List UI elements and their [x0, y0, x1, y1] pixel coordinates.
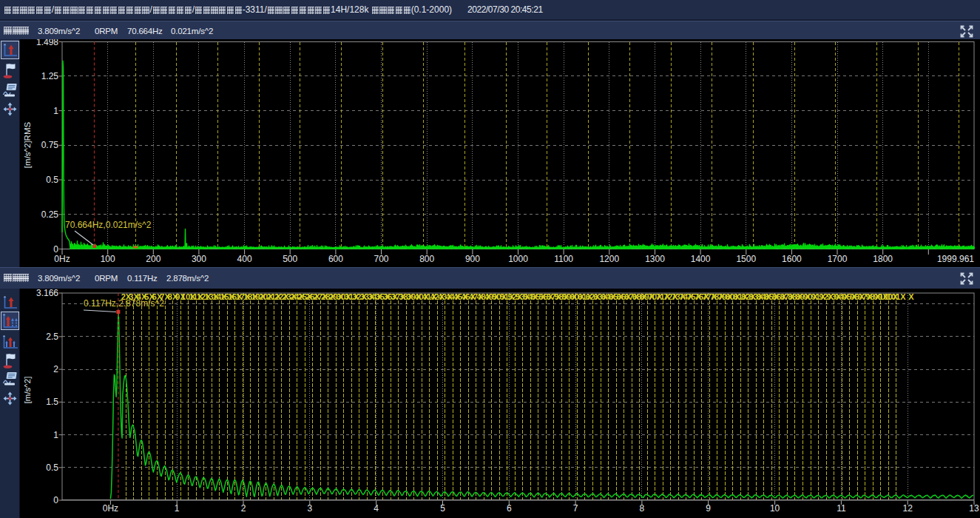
svg-text:300: 300 [192, 254, 206, 264]
svg-text:0: 0 [53, 244, 58, 255]
svg-text:1000: 1000 [508, 254, 528, 264]
svg-text:1.5: 1.5 [46, 397, 58, 407]
svg-text:0.117Hz,2.878m/s^2: 0.117Hz,2.878m/s^2 [84, 298, 164, 309]
svg-text:1700: 1700 [828, 254, 848, 264]
svg-text:0Hz: 0Hz [54, 254, 70, 264]
svg-text:1999.961: 1999.961 [937, 254, 974, 264]
svg-text:800: 800 [419, 254, 434, 264]
svg-text:3.166: 3.166 [36, 289, 58, 298]
svg-text:2.5: 2.5 [46, 332, 58, 342]
svg-text:13: 13 [969, 503, 979, 514]
svg-text:600: 600 [328, 254, 343, 264]
svg-text:1100: 1100 [554, 254, 573, 264]
svg-text:1300: 1300 [645, 254, 665, 264]
svg-text:1: 1 [53, 430, 58, 440]
svg-text:0Hz: 0Hz [103, 503, 118, 514]
svg-text:1.498: 1.498 [36, 39, 58, 47]
svg-text:X: X [908, 292, 914, 301]
svg-text:1600: 1600 [782, 254, 802, 264]
svg-text:8: 8 [640, 503, 645, 514]
svg-text:[m/s^2]: [m/s^2] [23, 377, 32, 404]
svg-text:2: 2 [241, 503, 246, 514]
svg-text:1400: 1400 [691, 254, 711, 264]
svg-text:[m/s^2]RMS: [m/s^2]RMS [23, 122, 32, 169]
svg-text:200: 200 [146, 254, 160, 264]
svg-text:500: 500 [283, 254, 297, 264]
svg-text:100: 100 [101, 254, 115, 264]
svg-text:1200: 1200 [599, 254, 619, 264]
svg-text:101X: 101X [887, 292, 906, 301]
svg-text:1.25: 1.25 [41, 71, 59, 81]
svg-text:12: 12 [903, 503, 913, 514]
svg-text:10: 10 [770, 503, 780, 514]
svg-text:4: 4 [374, 503, 379, 514]
svg-text:0.25: 0.25 [41, 209, 59, 220]
svg-text:700: 700 [374, 254, 388, 264]
svg-text:6: 6 [507, 503, 512, 514]
svg-text:9: 9 [706, 503, 711, 514]
svg-text:7: 7 [573, 503, 578, 514]
svg-text:1500: 1500 [736, 254, 756, 264]
svg-text:1800: 1800 [873, 254, 893, 264]
svg-text:70.664Hz,0.021m/s^2: 70.664Hz,0.021m/s^2 [65, 220, 152, 230]
svg-text:5: 5 [440, 503, 445, 514]
svg-text:1: 1 [175, 503, 180, 514]
svg-text:400: 400 [237, 254, 252, 264]
svg-text:0.5: 0.5 [46, 175, 58, 185]
svg-text:11: 11 [837, 503, 846, 514]
svg-text:900: 900 [465, 254, 480, 264]
svg-text:2: 2 [53, 364, 58, 374]
svg-text:0.5: 0.5 [46, 462, 58, 473]
svg-text:3: 3 [307, 503, 312, 514]
svg-text:1: 1 [53, 106, 58, 116]
svg-text:0: 0 [53, 495, 58, 505]
svg-text:0.75: 0.75 [41, 140, 59, 150]
